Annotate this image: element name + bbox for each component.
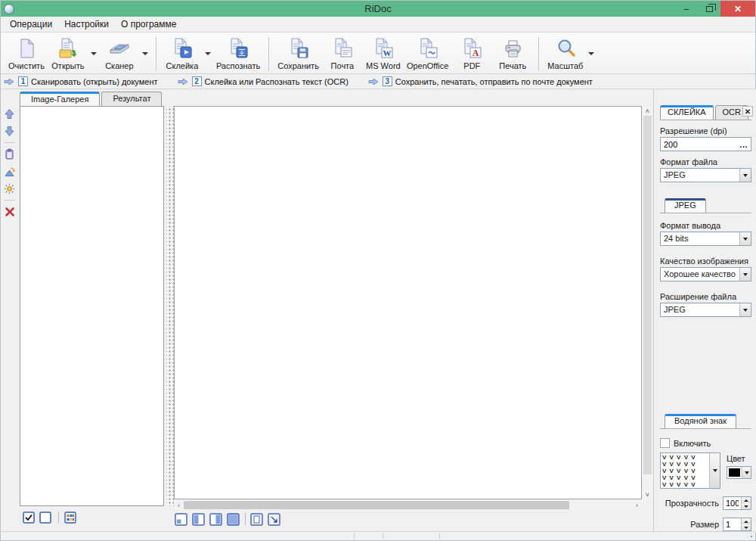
save-icon (287, 36, 311, 61)
opacity-input[interactable] (723, 497, 741, 509)
svg-text:W: W (383, 48, 391, 58)
statusbar-separator (439, 533, 440, 539)
open-dropdown-arrow[interactable] (88, 34, 99, 73)
pdf-button[interactable]: A PDF (451, 34, 492, 73)
merge-button[interactable]: Склейка (162, 34, 203, 73)
mail-button[interactable]: Почта (322, 34, 363, 73)
thumbnail-view-button[interactable] (63, 511, 77, 524)
statusbar-separator (383, 533, 383, 539)
print-button[interactable]: Печать (492, 34, 533, 73)
save-button[interactable]: Сохранить (274, 34, 322, 73)
resize-grip[interactable] (747, 532, 754, 539)
file-format-label: Формат файла (660, 157, 751, 166)
rotate-button[interactable] (2, 164, 17, 179)
file-format-value: JPEG (661, 169, 739, 182)
select-all-button[interactable] (21, 511, 36, 524)
tab-image-gallery[interactable]: Image-Галерея (20, 92, 100, 106)
menu-about[interactable]: О программе (115, 17, 182, 31)
vscroll-thumb[interactable] (643, 116, 652, 474)
deselect-all-button[interactable] (38, 511, 52, 524)
quality-select[interactable]: Хорошее качество (660, 267, 751, 281)
watermark-pattern-select[interactable]: V V V V V V V V V V V V V V V V V V V V … (660, 452, 720, 489)
move-up-button[interactable] (2, 107, 17, 121)
size-spin-buttons (741, 518, 751, 530)
document-canvas[interactable] (174, 106, 642, 499)
clear-page-icon (14, 36, 39, 61)
view-split-left-button[interactable] (191, 512, 206, 526)
size-row: Размер (660, 518, 751, 531)
step-arrow-icon (4, 78, 14, 86)
jpeg-group-tab[interactable]: JPEG (665, 198, 706, 213)
scroll-left-arrow[interactable]: ‹ (174, 500, 184, 510)
color-dropdown-arrow[interactable] (742, 467, 751, 478)
minimize-button[interactable]: – (675, 1, 698, 17)
opacity-up-arrow[interactable] (742, 497, 751, 503)
watermark-pattern-dropdown-arrow[interactable] (709, 453, 720, 488)
vertical-scrollbar[interactable]: ˄ ˅ (643, 106, 652, 499)
hscroll-thumb[interactable] (184, 501, 569, 509)
size-input[interactable] (723, 518, 741, 530)
brightness-button[interactable] (2, 182, 17, 196)
scanner-button[interactable]: Сканер (99, 34, 140, 73)
resolution-more-button[interactable]: … (737, 138, 751, 151)
move-down-button[interactable] (2, 124, 17, 138)
resolution-input[interactable] (661, 138, 737, 151)
watermark-pattern-preview: V V V V V V V V V V V V V V V V V V V V … (661, 453, 709, 488)
recognize-button[interactable]: Распознать (213, 34, 263, 73)
scanner-dropdown-arrow[interactable] (140, 34, 150, 73)
zoom-dropdown-arrow[interactable] (586, 34, 596, 73)
menu-settings[interactable]: Настройки (58, 17, 115, 31)
panel-splitter[interactable] (166, 106, 174, 506)
menu-operations[interactable]: Операции (4, 17, 58, 31)
step-text: Сканировать (открыть) документ (31, 77, 158, 86)
delete-button[interactable] (2, 204, 17, 219)
image-gallery-list[interactable] (20, 106, 164, 506)
size-up-arrow[interactable] (742, 518, 751, 524)
horizontal-scrollbar[interactable]: ‹ › (174, 500, 642, 510)
main-toolbar: Очистить Открыть Сканер Склейка (1, 32, 755, 74)
opacity-down-arrow[interactable] (742, 503, 751, 509)
tab-result[interactable]: Результат (101, 92, 162, 106)
window-title: RiDoc (1, 3, 755, 14)
watermark-group-tab[interactable]: Водяной знак (665, 414, 736, 428)
msword-button[interactable]: W MS Word (363, 34, 404, 73)
file-format-select[interactable]: JPEG (660, 168, 751, 182)
close-button[interactable]: ✕ (720, 1, 755, 17)
status-bar (1, 531, 755, 540)
zoom-button[interactable]: Масштаб (544, 34, 586, 73)
extension-select[interactable]: JPEG (660, 303, 751, 317)
gallery-bottom-toolbar (21, 510, 79, 525)
settings-panel: СКЛЕЙКА OCR ✕ Разрешение (dpi) … Формат … (653, 89, 756, 533)
output-format-dropdown-arrow[interactable] (739, 232, 751, 245)
thumbnails-grid-icon (64, 511, 76, 524)
opacity-row: Прозрачность (660, 496, 751, 510)
view-split-right-button[interactable] (209, 512, 223, 526)
vscroll-track[interactable] (643, 116, 652, 490)
panel-close-button[interactable]: ✕ (742, 106, 753, 117)
opacity-spinner (723, 496, 751, 510)
view-full-button[interactable] (226, 512, 240, 526)
openoffice-button[interactable]: OpenOffice (404, 34, 451, 73)
step-arrow-icon (178, 78, 188, 86)
scroll-right-arrow[interactable]: › (632, 500, 642, 510)
open-button[interactable]: Открыть (48, 34, 88, 73)
watermark-color-select[interactable] (727, 466, 751, 479)
tab-merge[interactable]: СКЛЕЙКА (660, 105, 714, 120)
clipboard-button[interactable] (2, 147, 17, 161)
hscroll-track[interactable] (184, 500, 632, 510)
output-format-select[interactable]: 24 bits (660, 232, 751, 246)
view-single-page-button[interactable] (174, 512, 188, 526)
quality-dropdown-arrow[interactable] (739, 268, 751, 281)
scroll-down-arrow[interactable]: ˅ (643, 490, 652, 499)
file-format-dropdown-arrow[interactable] (739, 169, 751, 182)
size-down-arrow[interactable] (742, 524, 751, 530)
restore-button[interactable] (698, 1, 720, 17)
watermark-enable-checkbox[interactable] (660, 438, 670, 448)
arrow-down-icon (4, 126, 15, 137)
extension-dropdown-arrow[interactable] (739, 303, 751, 316)
scroll-up-arrow[interactable]: ˄ (643, 106, 652, 116)
actual-size-button[interactable] (249, 512, 264, 526)
merge-dropdown-arrow[interactable] (203, 34, 213, 73)
fit-to-window-button[interactable] (267, 512, 281, 526)
clear-button[interactable]: Очистить (5, 34, 48, 73)
